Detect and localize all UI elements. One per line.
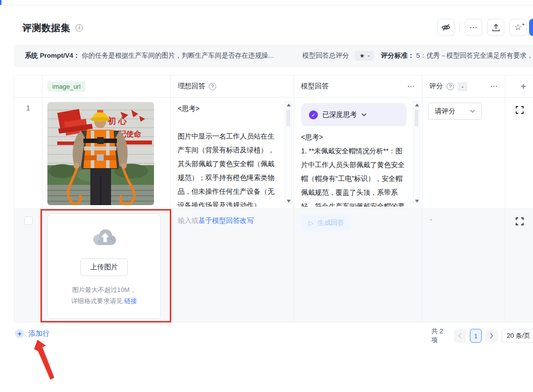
score-value: - — [368, 52, 370, 59]
header-ideal-answer[interactable]: 理想回答 ? — [171, 75, 294, 98]
ideal-answer-scrollbar[interactable] — [285, 101, 292, 205]
plus-icon: + — [15, 329, 24, 338]
scroll-up-icon[interactable] — [287, 104, 291, 107]
model-column-more-icon[interactable]: ⋯ — [407, 82, 415, 91]
row2-model-answer-cell[interactable]: ▷ 生成回答 — [294, 209, 422, 322]
header-index — [14, 75, 42, 98]
model-answer-text[interactable]: <思考> 1. **未佩戴安全帽情况分析**：图片中工作人员头部佩戴了黄色安全帽… — [301, 130, 409, 207]
prompt-label: 系统 Prompt/V4： — [25, 51, 80, 60]
star-plus-icon: ☆ + — [514, 23, 522, 32]
page-size-select[interactable]: 20 条/页 — [501, 329, 533, 343]
page-size-value: 20 条/页 — [507, 331, 531, 340]
system-prompt-banner[interactable]: 系统 Prompt/V4： 你的任务是根据生产车间的图片，判断生产车间是否存在违… — [14, 44, 533, 67]
current-page[interactable]: 1 — [470, 329, 482, 343]
star-icon: ★ — [359, 52, 365, 59]
next-page-button[interactable] — [486, 329, 497, 343]
scroll-thumb[interactable] — [286, 109, 290, 126]
upload-hint-line1: 图片最大不超过10M， — [72, 286, 136, 293]
prompt-text: 你的任务是根据生产车间的图片，判断生产车间是否存在违规操... — [82, 51, 274, 60]
favorite-button[interactable]: ☆ + — [509, 19, 527, 36]
image-url-tag[interactable]: image_url — [47, 81, 85, 92]
row1-model-answer-cell[interactable]: ✓ 已深度思考 <思考> 1. **未佩戴安全帽情况分析**：图片中工作人员头部… — [294, 98, 422, 209]
question-icon[interactable]: ? — [209, 83, 216, 90]
score-column-label: 评分 — [429, 82, 443, 91]
info-icon[interactable]: i — [76, 24, 83, 32]
score-label: 模型回答总评分 — [303, 51, 349, 60]
placeholder-prefix: 输入或 — [178, 216, 198, 224]
ideal-answer-text[interactable]: <思考> 图片中显示一名工作人员站在生产车间（背景有标语及绿植），其头部佩戴了黄… — [178, 102, 281, 207]
prev-page-button[interactable] — [454, 329, 466, 343]
add-row-button[interactable]: + 添加行 — [15, 329, 49, 338]
page-title: 评测数据集 — [22, 22, 71, 35]
score-column-more-icon[interactable]: ⋯ — [490, 82, 498, 91]
header-score[interactable]: 评分 ? - ⋯ — [422, 75, 505, 98]
deep-think-badge[interactable]: ✓ 已深度思考 — [301, 103, 407, 126]
row2-select-cell — [14, 209, 42, 322]
chevron-right-icon — [490, 333, 494, 339]
row2-score-value: - — [430, 215, 432, 223]
more-icon: ⋯ — [469, 23, 478, 32]
row2-checkbox[interactable] — [24, 216, 33, 225]
arrow-annotation — [31, 338, 65, 384]
generate-answer-label: 生成回答 — [317, 218, 344, 227]
cloud-upload-icon — [91, 227, 117, 248]
ideal-answer-placeholder[interactable]: 输入或基于模型回答改写 — [178, 216, 254, 225]
row2-expand-cell[interactable] — [505, 209, 533, 322]
worker-photo[interactable]: 初 心 牢记使命 — [47, 102, 154, 205]
header-image-url[interactable]: image_url — [42, 75, 171, 98]
row1-expand-cell[interactable] — [505, 98, 533, 209]
chevron-down-icon — [361, 113, 367, 116]
header-add-column[interactable]: + — [505, 75, 533, 98]
scroll-down-icon[interactable] — [287, 200, 291, 203]
score-badge[interactable]: ★ - — [355, 51, 374, 61]
rewrite-from-model-link[interactable]: 基于模型回答改写 — [198, 216, 254, 224]
score-question-icon[interactable]: ? — [447, 83, 454, 90]
scroll-up-icon[interactable] — [415, 104, 419, 107]
row1-image-cell[interactable]: 初 心 牢记使命 — [42, 98, 171, 209]
total-count: 共 2 项 — [431, 327, 448, 345]
upload-image-button[interactable]: 上传图片 — [80, 258, 128, 276]
scroll-down-icon[interactable] — [415, 200, 419, 203]
score-select-placeholder: 请评分 — [435, 107, 456, 116]
model-answer-scrollbar[interactable] — [413, 101, 420, 205]
upload-hint: 图片最大不超过10M， 详细格式要求请见 链接 — [71, 284, 137, 307]
row2-score-cell[interactable]: - — [422, 209, 505, 322]
pagination: 共 2 项 1 20 条/页 — [431, 327, 533, 345]
edge-accent — [0, 0, 1, 5]
row2-ideal-answer-cell[interactable]: 输入或基于模型回答改写 — [171, 209, 294, 322]
score-select[interactable]: 请评分 — [428, 103, 482, 120]
expand-icon[interactable] — [516, 217, 524, 225]
scroll-thumb[interactable] — [415, 109, 419, 126]
upload-dropzone[interactable]: 上传图片 图片最大不超过10M， 详细格式要求请见 链接 — [47, 214, 161, 319]
toolbar-divider — [459, 23, 460, 33]
svg-text:初 心: 初 心 — [107, 116, 127, 126]
format-link[interactable]: 链接 — [124, 297, 137, 305]
row1-index: 1 — [14, 98, 42, 209]
chevron-left-icon — [458, 333, 462, 339]
worker-photo-image: 初 心 牢记使命 — [47, 102, 154, 205]
criteria-text: 5：优秀－模型回答完全满足所有要求，理由 — [416, 51, 533, 60]
hide-eye-button[interactable] — [437, 19, 455, 36]
deep-think-label: 已深度思考 — [322, 110, 357, 119]
play-icon: ▷ — [308, 219, 313, 227]
score-header-badge[interactable]: - — [457, 82, 467, 91]
add-column-icon[interactable]: + — [521, 81, 526, 92]
row1-ideal-answer-cell[interactable]: <思考> 图片中显示一名工作人员站在生产车间（背景有标语及绿植），其头部佩戴了黄… — [171, 98, 294, 209]
expand-icon[interactable] — [516, 106, 524, 114]
generate-answer-button[interactable]: ▷ 生成回答 — [301, 214, 351, 231]
upload-hint-line2: 详细格式要求请见 — [71, 297, 124, 305]
dataset-table: image_url 理想回答 ? 模型回答 ⋯ 评分 ? - ⋯ + 1 — [14, 75, 533, 322]
upload-icon — [492, 23, 500, 32]
toolbar: ⋯ ☆ + — [437, 19, 527, 36]
eye-off-icon — [441, 23, 451, 32]
row1-score-cell[interactable]: 请评分 — [422, 98, 505, 209]
more-actions-button[interactable]: ⋯ — [465, 19, 482, 36]
top-bar — [0, 0, 533, 5]
add-row-label: 添加行 — [29, 329, 49, 338]
ideal-answer-label: 理想回答 — [178, 82, 205, 91]
header-model-answer[interactable]: 模型回答 ⋯ — [294, 75, 422, 98]
primary-action-button[interactable] — [529, 19, 533, 36]
check-circle-icon: ✓ — [309, 110, 318, 119]
upload-button[interactable] — [487, 19, 504, 36]
row2-image-cell[interactable]: 上传图片 图片最大不超过10M， 详细格式要求请见 链接 — [42, 209, 171, 322]
